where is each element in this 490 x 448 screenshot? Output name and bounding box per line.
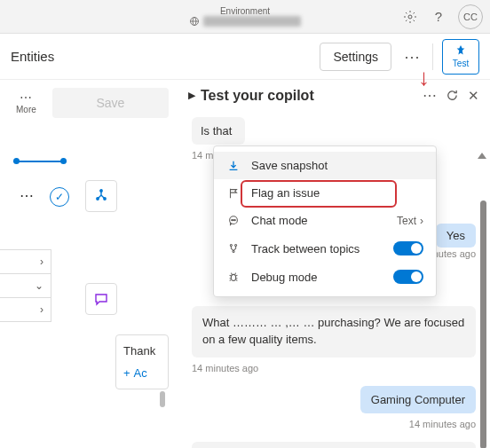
settings-gear-icon[interactable] <box>401 8 419 26</box>
timestamp: 14 minutes ago <box>192 419 476 429</box>
user-message: Gaming Computer <box>360 386 476 413</box>
canvas-more-label: More <box>16 105 36 114</box>
menu-label: Save snapshot <box>251 159 423 172</box>
close-icon[interactable]: ✕ <box>468 88 479 104</box>
mini-row[interactable]: › <box>0 249 51 274</box>
panel-more-icon[interactable]: ⋯ <box>423 87 437 104</box>
add-label: Ac <box>134 366 147 380</box>
chevron-right-icon: › <box>420 215 423 227</box>
svg-point-3 <box>408 15 412 19</box>
download-icon <box>226 160 241 172</box>
svg-point-12 <box>235 244 237 246</box>
mini-row[interactable]: ⌄ <box>0 273 51 298</box>
message-node-icon[interactable] <box>85 283 117 315</box>
globe-icon <box>189 16 200 27</box>
panel-title: Test your copilot <box>201 88 423 104</box>
menu-label: Flag an issue <box>251 186 423 200</box>
plus-icon: + <box>123 366 130 380</box>
panel-more-menu: Save snapshot Flag an issue Chat mode Te… <box>213 145 437 297</box>
track-toggle[interactable] <box>393 241 423 255</box>
canvas-save-button[interactable]: Save <box>52 88 169 118</box>
subbar-more-icon[interactable]: ⋯ <box>400 47 423 67</box>
scroll-up-icon[interactable] <box>478 153 486 159</box>
svg-point-14 <box>231 274 235 280</box>
canvas-area[interactable]: ⋯ ✓ › ⌄ › Thank + Ac <box>0 125 178 436</box>
canvas-scrollbar[interactable] <box>160 391 165 407</box>
bot-message-fragment: Is that <box>192 117 245 145</box>
menu-label: Chat mode <box>251 214 386 227</box>
chat-body: Is that 14 minutes ago Save snapshot Fla… <box>178 112 490 448</box>
canvas-column: ⋯ More Save ⋯ ✓ › ⌄ › Than <box>0 80 178 448</box>
add-action[interactable]: + Ac <box>123 366 161 380</box>
svg-point-6 <box>104 198 106 200</box>
connector-dot <box>13 158 20 164</box>
bot-message: Go get 'em tiger! Sudoku helps keep the … <box>192 442 476 448</box>
menu-save-snapshot[interactable]: Save snapshot <box>214 152 436 179</box>
svg-point-9 <box>233 219 233 220</box>
svg-point-8 <box>232 219 233 220</box>
divider <box>432 43 433 70</box>
connector-line <box>13 161 67 162</box>
panel-scrollbar[interactable] <box>480 200 486 448</box>
svg-point-13 <box>233 250 234 252</box>
svg-point-11 <box>230 244 232 246</box>
chat-mode-value: Text › <box>397 215 423 227</box>
mini-list: › ⌄ › <box>0 249 51 321</box>
canvas-more-button[interactable]: ⋯ More <box>9 87 43 118</box>
collapse-caret-icon[interactable]: ▶ <box>188 90 195 101</box>
test-button[interactable]: Test <box>442 39 479 75</box>
sub-bar: Entities Settings ⋯ Test <box>0 34 490 80</box>
refresh-icon[interactable] <box>446 89 459 102</box>
svg-point-4 <box>100 190 102 192</box>
connector-dot <box>60 158 67 164</box>
mini-row[interactable]: › <box>0 297 51 322</box>
bot-message: What ……… … ,… … purchasing? We are focus… <box>192 306 476 358</box>
svg-point-10 <box>234 219 235 220</box>
debug-toggle[interactable] <box>393 270 423 284</box>
chat-icon <box>226 215 241 227</box>
flag-icon <box>226 187 241 200</box>
timestamp: 14 minutes ago <box>192 363 476 373</box>
user-message: Yes <box>436 224 476 248</box>
test-copilot-panel: ↓ ▶ Test your copilot ⋯ ✕ Is that 14 min… <box>178 80 490 448</box>
menu-track-topics[interactable]: Track between topics <box>214 234 436 263</box>
pin-icon <box>454 44 467 57</box>
panel-header: ▶ Test your copilot ⋯ ✕ <box>178 80 490 111</box>
test-button-label: Test <box>453 59 469 68</box>
bug-icon <box>226 271 241 283</box>
node-more-icon[interactable]: ⋯ <box>20 187 34 204</box>
environment-label: Environment <box>220 7 270 16</box>
menu-debug-mode[interactable]: Debug mode <box>214 263 436 291</box>
menu-flag-issue[interactable]: Flag an issue <box>214 179 436 207</box>
menu-label: Track between topics <box>251 242 383 255</box>
menu-chat-mode[interactable]: Chat mode Text › <box>214 207 436 234</box>
environment-indicator: Environment <box>189 7 301 27</box>
track-icon <box>226 242 241 255</box>
svg-point-5 <box>97 198 99 200</box>
environment-info[interactable] <box>189 16 301 27</box>
settings-button[interactable]: Settings <box>320 43 391 71</box>
user-avatar[interactable]: CC <box>458 4 483 29</box>
entities-crumb[interactable]: Entities <box>11 49 54 64</box>
help-icon[interactable]: ? <box>430 8 447 26</box>
thank-card[interactable]: Thank + Ac <box>115 334 169 389</box>
environment-name-blurred <box>203 16 301 27</box>
thank-card-title: Thank <box>123 344 161 358</box>
menu-label: Debug mode <box>251 271 383 284</box>
top-bar: Environment ? CC <box>0 0 490 34</box>
node-check-icon[interactable]: ✓ <box>50 187 69 207</box>
node-branch-icon[interactable] <box>85 180 117 212</box>
